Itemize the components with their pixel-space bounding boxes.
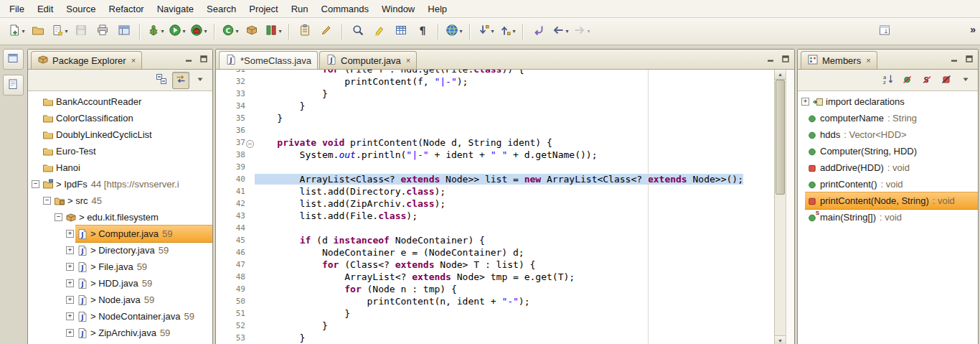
code-line-52[interactable]: 52 }: [216, 320, 774, 332]
expand-icon[interactable]: +: [65, 296, 75, 304]
tree-item-euro-test[interactable]: Euro-Test: [28, 143, 212, 159]
open-web-browser-button[interactable]: ▾: [443, 22, 465, 42]
tree-item-bankaccountreader[interactable]: BankAccountReader: [28, 93, 212, 110]
tree-item-ziparchiv-java[interactable]: +J> ZipArchiv.java59: [28, 325, 212, 341]
dropdown-arrow-icon[interactable]: ▾: [235, 28, 238, 34]
maximize-button[interactable]: [780, 53, 791, 65]
code-text[interactable]: }: [255, 88, 328, 100]
annotation-ruler[interactable]: [216, 136, 223, 149]
forward-button[interactable]: ▾: [571, 22, 593, 42]
scroll-up-icon[interactable]: ▴: [775, 70, 786, 80]
link-with-editor-button[interactable]: [172, 72, 189, 89]
minimize-button[interactable]: [948, 53, 960, 65]
code-line-47[interactable]: 47 for (Class<? extends Node> T : list) …: [216, 259, 774, 271]
member-item-printcontent[interactable]: printContent(): void: [798, 176, 978, 192]
code-line-33[interactable]: 33 }: [216, 88, 774, 100]
fold-collapse-icon[interactable]: −: [246, 140, 254, 148]
annotation-ruler[interactable]: [216, 185, 223, 197]
gutter-line-42[interactable]: 42: [216, 197, 255, 210]
gutter-line-35[interactable]: 35: [216, 112, 255, 124]
annotation-ruler[interactable]: [216, 70, 223, 75]
gutter-line-43[interactable]: 43: [216, 210, 255, 222]
tree-item-directory-java[interactable]: +J> Directory.java59: [28, 242, 212, 259]
code-text[interactable]: }: [255, 112, 283, 124]
annotation-ruler[interactable]: [216, 307, 223, 320]
menu-help[interactable]: Help: [421, 1, 453, 17]
member-item-main-string[interactable]: Smain(String[]): void: [798, 209, 978, 226]
tree-item-computer-java[interactable]: +J> Computer.java59: [28, 226, 212, 242]
code-line-49[interactable]: 49 for (Node n : tmp) {: [216, 283, 774, 295]
hide-fields-button[interactable]: [899, 72, 916, 89]
menu-commands[interactable]: Commands: [315, 1, 375, 17]
members-list[interactable]: +import declarationscomputerName: String…: [798, 91, 978, 344]
editor-tab-someclass-java[interactable]: J*SomeClass.java: [219, 51, 318, 69]
expand-icon[interactable]: +: [65, 230, 75, 238]
gutter-line-39[interactable]: 39: [216, 161, 255, 173]
code-line-39[interactable]: 39: [216, 161, 774, 173]
dropdown-arrow-icon[interactable]: ▾: [459, 28, 462, 34]
show-table-button[interactable]: [390, 22, 412, 42]
previous-annotation-button[interactable]: ▾: [496, 22, 518, 42]
annotation-ruler[interactable]: [216, 283, 223, 295]
maximize-button[interactable]: [963, 53, 975, 65]
menu-edit[interactable]: Edit: [31, 1, 60, 17]
gutter-line-37[interactable]: 37−: [216, 136, 255, 149]
code-text[interactable]: list.add(Directory.class);: [255, 185, 446, 197]
gutter-line-52[interactable]: 52: [216, 320, 255, 332]
menu-search[interactable]: Search: [200, 1, 242, 17]
tree-item-doublylinkedcycliclist[interactable]: DoublyLinkedCyclicList: [28, 126, 212, 143]
annotation-ruler[interactable]: [216, 210, 223, 222]
code-line-44[interactable]: 44: [216, 222, 774, 234]
new-button[interactable]: ▾: [6, 22, 27, 42]
gutter-line-41[interactable]: 41: [216, 185, 255, 197]
collapse-all-button[interactable]: [153, 72, 170, 89]
dropdown-arrow-icon[interactable]: ▾: [65, 28, 67, 34]
menu-project[interactable]: Project: [242, 1, 284, 17]
minimized-view-1-button[interactable]: [3, 49, 24, 70]
close-view-icon[interactable]: ×: [866, 56, 870, 65]
minimized-view-2-button[interactable]: [3, 75, 24, 96]
view-menu-button[interactable]: [192, 72, 209, 89]
new-project-button[interactable]: [27, 22, 49, 42]
code-text[interactable]: }: [255, 100, 305, 112]
dropdown-arrow-icon[interactable]: ▾: [565, 28, 568, 34]
open-perspective-button[interactable]: [113, 22, 135, 42]
menu-run[interactable]: Run: [285, 1, 315, 17]
tree-item-file-java[interactable]: +J> File.java59: [28, 259, 212, 275]
annotation-ruler[interactable]: [216, 332, 223, 344]
code-lines[interactable]: 31 for (File f : hdd.get(File.class)) {3…: [216, 70, 774, 344]
code-line-53[interactable]: 53 }: [216, 332, 774, 344]
expand-icon[interactable]: +: [65, 312, 75, 320]
code-line-40[interactable]: 40 ArrayList<Class<? extends Node>> list…: [216, 173, 774, 185]
tree-item-nodecontainer-java[interactable]: +J> NodeContainer.java59: [28, 308, 212, 325]
expand-icon[interactable]: +: [65, 329, 75, 337]
code-text[interactable]: ArrayList<Class<? extends Node>> list = …: [255, 173, 743, 185]
code-line-37[interactable]: 37− private void printContent(Node d, St…: [216, 136, 774, 149]
tree-item-edu-kit-filesystem[interactable]: −> edu.kit.filesystem: [28, 209, 212, 226]
new-package-button[interactable]: [241, 22, 263, 42]
code-editor[interactable]: 31 for (File f : hdd.get(File.class)) {3…: [216, 70, 794, 344]
expand-icon[interactable]: +: [65, 279, 75, 287]
dropdown-arrow-icon[interactable]: ▾: [512, 28, 515, 34]
menu-navigate[interactable]: Navigate: [151, 1, 200, 17]
member-item-printcontent-node-string[interactable]: printContent(Node, String): void: [798, 192, 978, 209]
last-edit-location-button[interactable]: [528, 22, 550, 42]
hide-nonpublic-button[interactable]: [938, 72, 955, 89]
scrollbar-thumb[interactable]: [776, 80, 785, 195]
code-text[interactable]: }: [255, 320, 328, 332]
member-item-import-declarations[interactable]: +import declarations: [798, 93, 978, 110]
code-viewport[interactable]: 31 for (File f : hdd.get(File.class)) {3…: [216, 70, 774, 344]
gutter-line-32[interactable]: 32: [216, 75, 255, 88]
code-text[interactable]: printContent(f, "|-");: [255, 75, 468, 88]
annotation-ruler[interactable]: [216, 234, 223, 246]
gutter-line-31[interactable]: 31: [216, 70, 255, 75]
code-text[interactable]: System.out.println("|-" + ident + " " + …: [255, 149, 597, 161]
member-item-computername[interactable]: computerName: String: [798, 110, 978, 126]
code-line-45[interactable]: 45 if (d instanceof NodeContainer) {: [216, 234, 774, 246]
gutter-line-46[interactable]: 46: [216, 246, 255, 259]
collapse-icon[interactable]: −: [30, 180, 41, 188]
tree-item-colorclassification[interactable]: ColorClassification: [28, 110, 212, 126]
annotation-ruler[interactable]: [216, 173, 223, 185]
code-text[interactable]: printContent(n, ident + "-");: [255, 295, 530, 307]
code-line-41[interactable]: 41 list.add(Directory.class);: [216, 185, 774, 197]
